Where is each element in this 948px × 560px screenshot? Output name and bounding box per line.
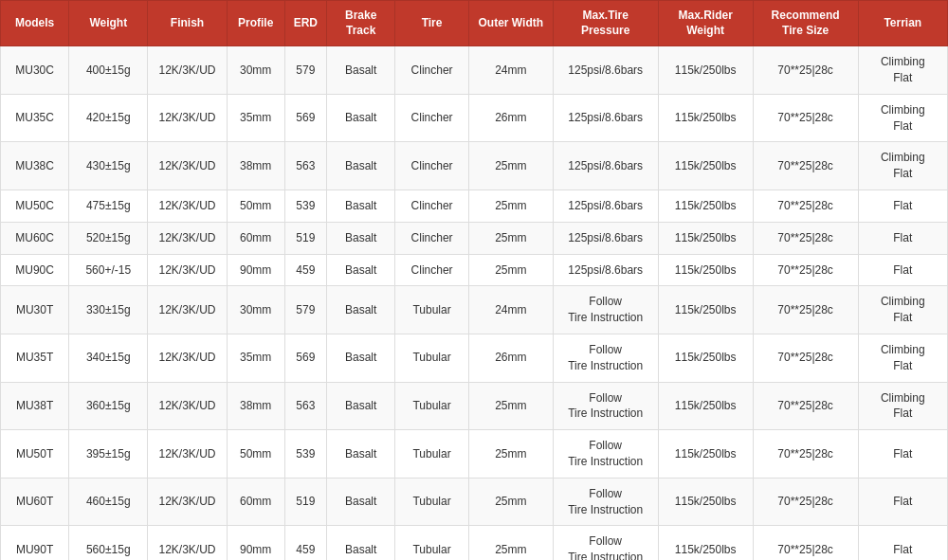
cell-models: MU60T [1, 478, 69, 526]
cell-recommend: 70**25|28c [753, 526, 858, 560]
cell-erd: 519 [284, 478, 326, 526]
cell-erd: 539 [284, 190, 326, 222]
cell-maxtire: FollowTire Instruction [553, 382, 658, 430]
cell-brake: Basalt [327, 286, 395, 334]
table-row: MU90T560±15g12K/3K/UD90mm459BasaltTubula… [1, 526, 948, 560]
cell-maxrider: 115k/250lbs [658, 334, 753, 382]
cell-maxrider: 115k/250lbs [658, 254, 753, 286]
cell-finish: 12K/3K/UD [148, 478, 227, 526]
table-row: MU30T330±15g12K/3K/UD30mm579BasaltTubula… [1, 286, 948, 334]
cell-recommend: 70**25|28c [753, 142, 858, 190]
col-brake: Brake Track [327, 1, 395, 46]
cell-terrian: ClimbingFlat [858, 334, 947, 382]
col-finish: Finish [148, 1, 227, 46]
cell-erd: 563 [284, 142, 326, 190]
cell-outer: 25mm [468, 382, 553, 430]
cell-terrian: Flat [858, 254, 947, 286]
table-row: MU35T340±15g12K/3K/UD35mm569BasaltTubula… [1, 334, 948, 382]
cell-maxtire: 125psi/8.6bars [553, 254, 658, 286]
cell-models: MU30C [1, 46, 69, 95]
cell-weight: 400±15g [69, 46, 148, 95]
cell-finish: 12K/3K/UD [148, 94, 227, 142]
cell-finish: 12K/3K/UD [148, 142, 227, 190]
cell-models: MU60C [1, 222, 69, 254]
col-profile: Profile [227, 1, 284, 46]
cell-maxtire: FollowTire Instruction [553, 334, 658, 382]
cell-terrian: ClimbingFlat [858, 46, 947, 95]
cell-maxtire: 125psi/8.6bars [553, 190, 658, 222]
cell-recommend: 70**25|28c [753, 94, 858, 142]
table-row: MU90C560+/-1512K/3K/UD90mm459BasaltClinc… [1, 254, 948, 286]
cell-maxtire: FollowTire Instruction [553, 526, 658, 560]
cell-finish: 12K/3K/UD [148, 46, 227, 95]
col-recommend: RecommendTire Size [753, 1, 858, 46]
cell-profile: 60mm [227, 478, 284, 526]
cell-profile: 50mm [227, 430, 284, 479]
cell-tire: Clincher [395, 222, 469, 254]
cell-brake: Basalt [327, 526, 395, 560]
cell-finish: 12K/3K/UD [148, 334, 227, 382]
cell-models: MU35C [1, 94, 69, 142]
cell-profile: 38mm [227, 382, 284, 430]
cell-weight: 330±15g [69, 286, 148, 334]
table-row: MU35C420±15g12K/3K/UD35mm569BasaltClinch… [1, 94, 948, 142]
cell-maxtire: 125psi/8.6bars [553, 142, 658, 190]
cell-finish: 12K/3K/UD [148, 430, 227, 479]
cell-brake: Basalt [327, 478, 395, 526]
cell-recommend: 70**25|28c [753, 46, 858, 95]
cell-recommend: 70**25|28c [753, 190, 858, 222]
cell-maxrider: 115k/250lbs [658, 382, 753, 430]
cell-finish: 12K/3K/UD [148, 286, 227, 334]
cell-maxrider: 115k/250lbs [658, 190, 753, 222]
cell-finish: 12K/3K/UD [148, 190, 227, 222]
cell-brake: Basalt [327, 142, 395, 190]
header-row: Models Weight Finish Profile ERD Brake T… [1, 1, 948, 46]
cell-erd: 459 [284, 254, 326, 286]
table-row: MU30C400±15g12K/3K/UD30mm579BasaltClinch… [1, 46, 948, 95]
cell-tire: Clincher [395, 254, 469, 286]
cell-recommend: 70**25|28c [753, 222, 858, 254]
table-row: MU38T360±15g12K/3K/UD38mm563BasaltTubula… [1, 382, 948, 430]
cell-outer: 26mm [468, 94, 553, 142]
cell-weight: 560+/-15 [69, 254, 148, 286]
cell-profile: 35mm [227, 334, 284, 382]
cell-maxtire: 125psi/8.6bars [553, 46, 658, 95]
cell-erd: 569 [284, 94, 326, 142]
cell-terrian: ClimbingFlat [858, 286, 947, 334]
cell-outer: 25mm [468, 254, 553, 286]
cell-erd: 579 [284, 286, 326, 334]
cell-erd: 569 [284, 334, 326, 382]
cell-brake: Basalt [327, 94, 395, 142]
cell-outer: 24mm [468, 286, 553, 334]
cell-erd: 459 [284, 526, 326, 560]
cell-maxtire: 125psi/8.6bars [553, 222, 658, 254]
cell-recommend: 70**25|28c [753, 382, 858, 430]
cell-models: MU38C [1, 142, 69, 190]
cell-maxrider: 115k/250lbs [658, 430, 753, 479]
cell-tire: Clincher [395, 94, 469, 142]
cell-maxrider: 115k/250lbs [658, 94, 753, 142]
cell-outer: 25mm [468, 478, 553, 526]
cell-terrian: Flat [858, 430, 947, 479]
table-row: MU50C475±15g12K/3K/UD50mm539BasaltClinch… [1, 190, 948, 222]
cell-maxrider: 115k/250lbs [658, 286, 753, 334]
cell-outer: 24mm [468, 46, 553, 95]
spec-table: Models Weight Finish Profile ERD Brake T… [0, 0, 948, 560]
cell-maxrider: 115k/250lbs [658, 46, 753, 95]
cell-recommend: 70**25|28c [753, 254, 858, 286]
cell-weight: 520±15g [69, 222, 148, 254]
cell-terrian: Flat [858, 190, 947, 222]
cell-recommend: 70**25|28c [753, 286, 858, 334]
cell-tire: Tubular [395, 286, 469, 334]
cell-recommend: 70**25|28c [753, 334, 858, 382]
cell-finish: 12K/3K/UD [148, 222, 227, 254]
col-outer: Outer Width [468, 1, 553, 46]
cell-profile: 90mm [227, 526, 284, 560]
cell-weight: 340±15g [69, 334, 148, 382]
cell-finish: 12K/3K/UD [148, 382, 227, 430]
cell-maxrider: 115k/250lbs [658, 478, 753, 526]
cell-brake: Basalt [327, 222, 395, 254]
cell-terrian: ClimbingFlat [858, 142, 947, 190]
cell-weight: 395±15g [69, 430, 148, 479]
col-maxrider: Max.RiderWeight [658, 1, 753, 46]
